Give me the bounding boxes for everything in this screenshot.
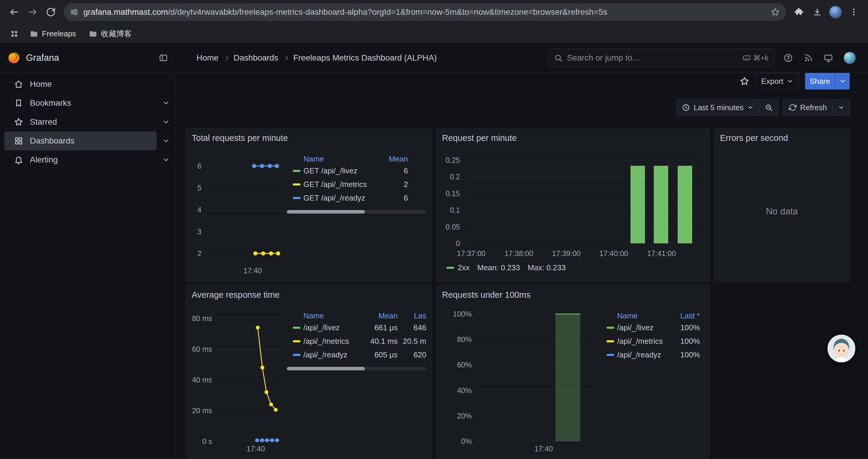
- svg-text:17:38:00: 17:38:00: [505, 249, 533, 258]
- chevron-down-icon[interactable]: [157, 99, 176, 107]
- legend-row[interactable]: /api/_/livez 100%: [605, 321, 700, 334]
- search-icon: [554, 54, 563, 62]
- apps-grid-icon[interactable]: [7, 27, 21, 41]
- legend-header-name[interactable]: Name: [303, 155, 373, 164]
- sidebar-item-starred[interactable]: Starred: [4, 112, 176, 131]
- breadcrumb-dashboards[interactable]: Dashboards: [234, 53, 278, 63]
- svg-text:0.05: 0.05: [445, 223, 460, 231]
- svg-text:60 ms: 60 ms: [192, 345, 212, 353]
- legend-header-name[interactable]: Name: [303, 311, 359, 321]
- svg-text:3: 3: [197, 227, 202, 236]
- bookmark-folder-freeleaps[interactable]: Freeleaps: [25, 28, 80, 40]
- refresh-button[interactable]: Refresh: [783, 99, 833, 116]
- sidebar-item-alerting[interactable]: Alerting: [4, 150, 176, 169]
- chevron-down-icon: [786, 78, 794, 85]
- svg-text:17:40: 17:40: [243, 266, 262, 275]
- panel-title[interactable]: Errors per second: [720, 133, 788, 143]
- help-icon[interactable]: [783, 53, 793, 63]
- url-text[interactable]: grafana.mathmast.com/d/deytv4rwavabkb/fr…: [83, 7, 766, 17]
- breadcrumb-home[interactable]: Home: [196, 53, 219, 63]
- legend-header-last[interactable]: Las: [401, 311, 426, 321]
- grafana-logo[interactable]: [8, 52, 20, 64]
- panel-title[interactable]: Request per minute: [442, 133, 517, 143]
- legend-row[interactable]: /api/_/readyz 100%: [605, 348, 700, 362]
- chevron-down-icon[interactable]: [157, 156, 176, 164]
- sidebar-item-dashboards[interactable]: Dashboards: [4, 131, 176, 150]
- bell-icon: [14, 155, 23, 165]
- panel-total-requests-per-minute: Total requests per minute 6543217:40 Nam…: [186, 128, 432, 282]
- search-box[interactable]: ⌘+k: [548, 49, 775, 67]
- legend-row[interactable]: GET /api/_/livez 6: [287, 164, 426, 177]
- keyboard-icon: [742, 54, 751, 62]
- share-button[interactable]: Share: [805, 73, 835, 90]
- svg-text:4: 4: [197, 205, 202, 214]
- svg-text:0: 0: [456, 239, 460, 248]
- legend-row[interactable]: /api/_/metrics 40.1 ms 20.5 m: [287, 334, 426, 348]
- series-color-chip: [446, 267, 454, 269]
- search-input[interactable]: [567, 53, 738, 63]
- svg-text:17:37:00: 17:37:00: [457, 249, 486, 258]
- legend-row[interactable]: /api/_/metrics 100%: [605, 334, 700, 348]
- zoom-out-button[interactable]: [759, 99, 778, 116]
- panel-title[interactable]: Requests under 100ms: [442, 290, 531, 300]
- export-button[interactable]: Export: [756, 73, 798, 90]
- extensions-icon[interactable]: [790, 4, 807, 21]
- legend-line[interactable]: 2xx Mean: 0.233 Max: 0.233: [446, 263, 566, 272]
- back-button[interactable]: [6, 4, 23, 21]
- refresh-icon: [789, 104, 797, 111]
- legend-row[interactable]: /api/_/readyz 605 μs 620: [287, 348, 426, 362]
- favorite-star-icon[interactable]: [740, 76, 749, 86]
- series-color-chip: [293, 327, 301, 329]
- site-settings-icon[interactable]: [70, 8, 79, 17]
- bookmark-label: Freeleaps: [42, 29, 76, 38]
- home-icon: [14, 79, 23, 89]
- brand-name[interactable]: Grafana: [26, 53, 59, 63]
- browser-menu-icon[interactable]: [845, 4, 862, 21]
- sidebar-item-bookmarks[interactable]: Bookmarks: [4, 94, 176, 112]
- reload-button[interactable]: [42, 4, 59, 21]
- svg-text:0.25: 0.25: [445, 156, 460, 164]
- panel-title[interactable]: Average response time: [192, 290, 280, 300]
- refresh-interval-caret[interactable]: [833, 99, 850, 116]
- user-avatar[interactable]: [844, 52, 856, 64]
- share-menu-caret[interactable]: [835, 73, 850, 90]
- legend-row[interactable]: /api/_/livez 661 μs 646: [287, 321, 426, 334]
- legend-row[interactable]: GET /api/_/metrics 2: [287, 177, 426, 191]
- scrollbar-thumb[interactable]: [287, 210, 365, 214]
- news-rss-icon[interactable]: [804, 53, 813, 63]
- chevron-down-icon[interactable]: [157, 118, 176, 126]
- address-bar[interactable]: grafana.mathmast.com/d/deytv4rwavabkb/fr…: [64, 3, 786, 21]
- legend-row[interactable]: GET /api/_/readyz 6: [287, 191, 426, 205]
- no-data-message: No data: [714, 129, 849, 282]
- bookmark-star-icon[interactable]: [771, 7, 780, 17]
- clock-icon: [682, 103, 690, 112]
- assistant-avatar[interactable]: [828, 335, 855, 362]
- legend-table: Name Mean Las /api/_/livez 661 μs 646 /a…: [287, 311, 426, 370]
- sidebar-item-home[interactable]: Home: [4, 75, 176, 94]
- time-range-picker[interactable]: Last 5 minutes: [676, 99, 759, 116]
- display-icon[interactable]: [824, 53, 833, 63]
- sidebar-toggle-icon[interactable]: [159, 53, 168, 63]
- scrollbar-thumb[interactable]: [287, 367, 365, 370]
- grafana-header: Grafana Home Dashboards Freeleaps Metric…: [0, 43, 868, 73]
- series-color-chip: [293, 354, 301, 356]
- panel-title[interactable]: Total requests per minute: [192, 133, 288, 143]
- forward-button[interactable]: [24, 4, 41, 21]
- legend-header-last[interactable]: Last *: [668, 311, 700, 321]
- legend-header-mean[interactable]: Mean: [359, 311, 398, 321]
- legend-header-name[interactable]: Name: [617, 311, 668, 321]
- profile-avatar[interactable]: [827, 4, 844, 21]
- breadcrumb-current: Freeleaps Metrics Dashboard (ALPHA): [293, 53, 437, 63]
- downloads-icon[interactable]: [809, 4, 826, 21]
- bookmark-folder-blogs[interactable]: 收藏博客: [85, 27, 136, 41]
- legend-scrollbar[interactable]: [287, 210, 426, 214]
- search-shortcut: ⌘+k: [742, 54, 769, 62]
- request-per-minute-chart[interactable]: 00.050.10.150.20.2517:37:0017:38:0017:39…: [436, 129, 710, 282]
- legend-header-mean[interactable]: Mean: [373, 155, 408, 164]
- zoom-out-icon: [765, 103, 773, 112]
- avatar-illustration: [829, 335, 855, 362]
- chevron-down-icon: [747, 104, 754, 111]
- legend-scrollbar[interactable]: [287, 367, 426, 370]
- series-color-chip: [293, 184, 301, 186]
- chevron-down-icon[interactable]: [157, 137, 176, 145]
